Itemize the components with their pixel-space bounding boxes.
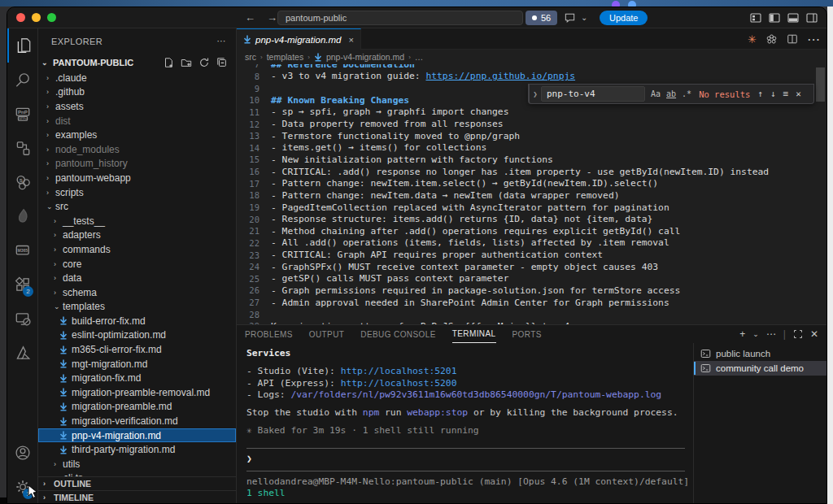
code-line-25[interactable]: 25- getSP() calls MUST pass context para… xyxy=(237,273,826,285)
notification-count-badge[interactable]: 56 xyxy=(526,11,557,25)
tab-pnp-v4-migration[interactable]: pnp-v4-migration.md × xyxy=(237,28,361,50)
code-line-20[interactable]: 20- Response structure: items.add() retu… xyxy=(237,213,826,225)
code-line-14[interactable]: 14- items.get() → items() for collection… xyxy=(237,141,826,154)
code-line-11[interactable]: 11- sp → spfi, graph → graphfi import ch… xyxy=(237,106,826,119)
tree-item-dist[interactable]: ›dist xyxy=(38,114,236,128)
code-line-21[interactable]: 21- Method chaining after .add() operati… xyxy=(237,225,826,237)
starburst-icon[interactable]: ✳ xyxy=(748,33,757,46)
workspace-section-header[interactable]: ⌄ PANTOUM-PUBLIC xyxy=(38,54,236,71)
search-activity-item[interactable] xyxy=(7,63,37,97)
customize-layout-icon[interactable] xyxy=(749,11,762,24)
tree-item-assets[interactable]: ›assets xyxy=(38,99,236,114)
breadcrumb-item[interactable]: src xyxy=(245,52,256,62)
code-line-17[interactable]: 17- Pattern change: newItem.item.select(… xyxy=(237,177,826,189)
code-line-15[interactable]: 15- New initialization pattern with fact… xyxy=(237,154,826,166)
tree-item-commands[interactable]: ›commands xyxy=(38,242,236,257)
tree-item-pantoum-webapp[interactable]: ›pantoum-webapp xyxy=(38,171,236,185)
remote-explorer-activity-item[interactable] xyxy=(7,302,37,336)
copilot-flower-icon[interactable] xyxy=(765,33,778,46)
tree-item-migration-preamble-removal-md[interactable]: migration-preamble-removal.md xyxy=(38,385,236,400)
code-line-27[interactable]: 27- Admin approval needed in SharePoint … xyxy=(237,297,826,309)
tree-item-m365-cli-error-fix-md[interactable]: m365-cli-error-fix.md xyxy=(38,342,236,357)
m365-activity-item[interactable]: M365 xyxy=(7,233,37,267)
minimize-window-button[interactable] xyxy=(32,13,41,22)
code-line-22[interactable]: 22- All .add() operations (items, fields… xyxy=(237,237,826,250)
tree-item--claude[interactable]: ›.claude xyxy=(38,71,236,85)
nav-forward-button[interactable]: → xyxy=(267,11,277,24)
match-case-toggle[interactable]: Aa xyxy=(651,89,661,98)
pnp-spfx-activity-item[interactable]: PnPSPFx xyxy=(7,97,37,131)
accounts-activity-item[interactable] xyxy=(7,436,37,470)
new-folder-icon[interactable] xyxy=(181,57,192,68)
tree-item-pantoum-history[interactable]: ›pantoum_history xyxy=(38,157,236,172)
tree-item-examples[interactable]: ›examples xyxy=(38,128,236,142)
refresh-icon[interactable] xyxy=(198,57,210,68)
next-match-button[interactable]: ↓ xyxy=(770,89,776,99)
tree-item-src[interactable]: ⌄src xyxy=(38,199,236,214)
code-line-23[interactable]: 23- CRITICAL: Graph API requires proper … xyxy=(237,249,826,261)
explorer-more-button[interactable]: ⋯ xyxy=(217,36,226,46)
tree-item-adapters[interactable]: ›adapters xyxy=(38,228,236,243)
close-window-button[interactable] xyxy=(16,13,25,22)
explorer-activity-item[interactable] xyxy=(7,28,37,63)
regex-toggle[interactable]: .* xyxy=(682,89,691,98)
breadcrumb-item[interactable]: templates xyxy=(267,52,304,62)
tree-item-mgt-migration-md[interactable]: mgt-migration.md xyxy=(38,357,236,371)
toggle-sidebar-right-icon[interactable] xyxy=(805,11,818,24)
code-line-28[interactable]: 28 xyxy=(237,308,826,320)
azure-activity-item[interactable] xyxy=(7,336,37,370)
panel-tab-output[interactable]: OUTPUT xyxy=(309,325,345,343)
toggle-panel-icon[interactable] xyxy=(787,11,800,24)
chat-control[interactable]: ⌄ xyxy=(564,11,587,24)
tree-item-data[interactable]: ›data xyxy=(38,271,236,285)
tree-item-eslint-optimization-md[interactable]: eslint-optimization.md xyxy=(38,328,236,343)
sharepoint-activity-item[interactable]: S xyxy=(7,165,37,199)
collapse-all-icon[interactable] xyxy=(216,57,228,68)
new-terminal-button[interactable]: + xyxy=(739,328,745,340)
tree-item-migration-preamble-md[interactable]: migration-preamble.md xyxy=(38,400,236,415)
panel-tab-terminal[interactable]: TERMINAL xyxy=(452,325,496,343)
breadcrumb-item[interactable]: pnp-v4-migration.md xyxy=(326,52,404,62)
panel-tab-problems[interactable]: PROBLEMS xyxy=(245,325,293,343)
update-button[interactable]: Update xyxy=(600,11,648,25)
tree-item--github[interactable]: ›.github xyxy=(38,85,236,100)
find-in-selection-button[interactable]: ≡ xyxy=(783,89,789,99)
tree-item-node-modules[interactable]: ›node_modules xyxy=(38,142,236,157)
new-file-icon[interactable] xyxy=(163,57,174,68)
tree-item-third-party-migration-md[interactable]: third-party-migration.md xyxy=(38,442,236,457)
linked-items-activity-item[interactable] xyxy=(7,131,37,165)
extensions-activity-item[interactable]: 2 xyxy=(7,267,37,302)
maximize-panel-icon[interactable] xyxy=(793,329,803,339)
code-editor[interactable]: 7## Reference Documentation8- v3 to v4 m… xyxy=(237,64,826,324)
split-editor-icon[interactable] xyxy=(787,33,798,45)
close-panel-button[interactable]: ✕ xyxy=(810,328,818,340)
close-find-button[interactable]: ✕ xyxy=(796,89,801,99)
code-line-24[interactable]: 24- GraphSPFx() MUST receive context par… xyxy=(237,261,826,273)
terminal-tab-public-launch[interactable]: public launch xyxy=(694,346,826,361)
code-line-26[interactable]: 26- Graph permissions required in packag… xyxy=(237,285,826,297)
tree-item-migration-verification-md[interactable]: migration-verification.md xyxy=(38,414,236,428)
tree-item-schema[interactable]: ›schema xyxy=(38,285,236,300)
section-outline[interactable]: ›OUTLINE xyxy=(38,476,236,490)
panel-tab-ports[interactable]: PORTS xyxy=(512,325,542,343)
tree-item-scripts[interactable]: ›scripts xyxy=(38,185,236,200)
terminal-tab-community-call-demo[interactable]: community call demo xyxy=(694,361,826,376)
tree-item-utils[interactable]: ›utils xyxy=(38,457,236,471)
breadcrumb[interactable]: src›templates›pnp-v4-migration.md›… xyxy=(237,50,826,64)
editor-scrollbar[interactable] xyxy=(816,67,825,102)
code-line-19[interactable]: 19- PagedItemCollection replaced with As… xyxy=(237,202,826,214)
code-line-7[interactable]: 7## Reference Documentation xyxy=(237,64,826,71)
tree-item-templates[interactable]: ⌄templates xyxy=(38,300,236,315)
find-input[interactable]: pnp-to-v4 xyxy=(541,86,645,102)
terminal-profile-chevron-icon[interactable]: ⌄ xyxy=(752,330,759,338)
toggle-sidebar-left-icon[interactable] xyxy=(768,11,781,24)
zoom-window-button[interactable] xyxy=(47,13,56,22)
previous-match-button[interactable]: ↑ xyxy=(757,89,763,99)
breadcrumb-item[interactable]: … xyxy=(415,52,424,62)
panel-more-actions-icon[interactable]: ⋯ xyxy=(766,328,776,340)
tree-item--tests-[interactable]: ›__tests__ xyxy=(38,214,236,228)
tree-item-migration-fix-md[interactable]: migration-fix.md xyxy=(38,371,236,385)
code-line-13[interactable]: 13- Termstore functionality moved to @pn… xyxy=(237,130,826,142)
more-actions-icon[interactable]: ⋯ xyxy=(807,32,820,47)
toggle-replace-chevron-icon[interactable]: ❯ xyxy=(530,90,541,98)
